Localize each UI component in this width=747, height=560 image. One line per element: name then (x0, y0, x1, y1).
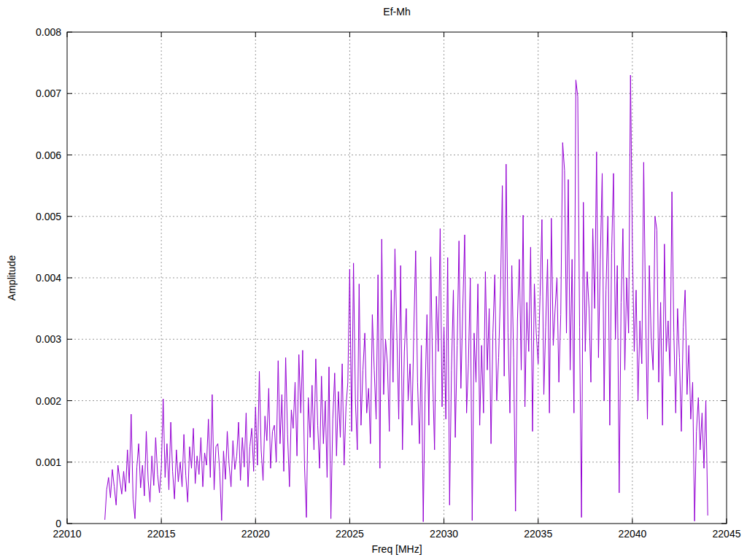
y-tick-label: 0.001 (0, 456, 61, 468)
y-tick-label: 0.004 (0, 272, 61, 284)
x-tick-label: 22030 (430, 528, 458, 540)
x-tick-label: 22035 (524, 528, 552, 540)
x-tick-label: 22020 (241, 528, 270, 540)
x-tick-label: 22025 (336, 528, 364, 540)
y-tick-label: 0.005 (0, 211, 61, 222)
x-tick-label: 22010 (53, 528, 82, 540)
x-tick-label: 22040 (618, 528, 646, 540)
y-tick-label: 0 (0, 518, 61, 529)
y-tick-label: 0.002 (0, 395, 61, 407)
x-tick-label: 22045 (713, 528, 741, 540)
y-tick-label: 0.003 (0, 333, 61, 345)
y-tick-label: 0.008 (0, 26, 61, 38)
x-tick-label: 22015 (147, 528, 176, 540)
chart-title: Ef-Mh (67, 6, 727, 18)
spectrum-line (105, 75, 708, 522)
plot-window: Ef-Mh Amplitude Freq [MHz] 00.0010.0020.… (0, 0, 747, 560)
y-tick-label: 0.006 (0, 149, 61, 161)
x-axis-label: Freq [MHz] (67, 543, 727, 555)
spectrum-plot (0, 0, 747, 560)
y-tick-label: 0.007 (0, 88, 61, 99)
